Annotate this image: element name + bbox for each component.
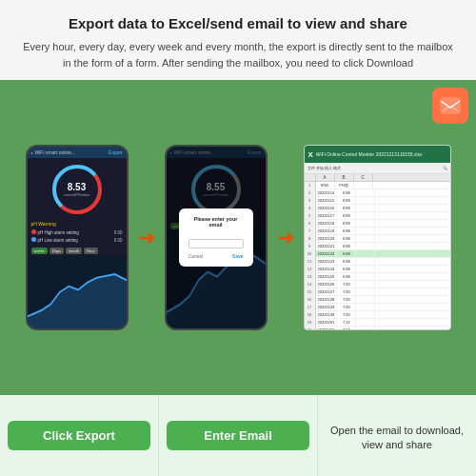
tab-hour-1[interactable]: Hour	[84, 248, 98, 254]
main-container: Export data to Excel/send email to view …	[0, 0, 476, 476]
gauge-circle-1: 8.53 currentPHvalue	[50, 162, 105, 217]
email-modal: Please enter your email Cancel Save	[179, 208, 253, 268]
table-row: 7 20221119 6.88	[305, 228, 450, 235]
excel-logo-icon: X	[308, 150, 313, 159]
table-row: 3 20221115 6.89	[305, 197, 450, 205]
excel-title: WiFi Online Control Monitor 202212131101…	[316, 151, 423, 157]
table-row: 1 时间 PH值	[305, 182, 450, 189]
table-row: 10 20221122 6.88	[305, 250, 450, 258]
arrow-2: ➜	[277, 226, 294, 250]
table-row: 8 20221120 6.88	[305, 235, 450, 243]
step-3: Open the email to download, view and sha…	[318, 395, 476, 476]
table-row: 17 20221129 7.00	[305, 304, 450, 311]
alarm-dot-blue	[31, 237, 36, 242]
excel-col-header: A B C	[305, 174, 450, 182]
phone-2-screen: ‹ WiFi smart online... Export 8.55	[167, 147, 266, 328]
bottom-steps: Click Export Enter Email Open the email …	[0, 395, 476, 476]
tab-weeks-1[interactable]: weeks	[31, 248, 48, 254]
table-row: 18 20221130 7.00	[305, 311, 450, 319]
gauge-area-1: 8.53 currentPHvalue	[28, 158, 127, 219]
modal-cancel-button[interactable]: Cancel	[188, 253, 204, 259]
time-tabs-1: weeks Days month Hour	[28, 246, 127, 256]
email-icon-box	[432, 88, 468, 124]
excel-mockup: X WiFi Online Control Monitor 2022121311…	[304, 145, 451, 330]
table-row: 15 20221127 7.00	[305, 288, 450, 296]
table-row: 11 20221123 6.88	[305, 258, 450, 266]
phone-1-screen: ‹ WiFi smart online... Export 8.53	[28, 147, 127, 328]
phone-1-title: WiFi smart online...	[35, 149, 76, 155]
table-row: 19 20221201 7.12	[305, 319, 450, 327]
table-row: 20 20221202 7.12	[305, 327, 450, 330]
excel-header: X WiFi Online Control Monitor 2022121311…	[305, 146, 450, 163]
step-3-label: Open the email to download, view and sha…	[326, 424, 468, 451]
ph-warning-1: pH Warning	[28, 219, 127, 228]
table-row: 6 20221118 6.89	[305, 220, 450, 228]
table-row: 14 20221126 7.00	[305, 281, 450, 288]
phone-2: ‹ WiFi smart online... Export 8.55	[165, 145, 268, 330]
step-1: Click Export	[0, 395, 159, 476]
email-icon	[439, 94, 462, 117]
alarm-row-low: pH Low alarm setting 0.00	[28, 236, 127, 244]
top-text-section: Export data to Excel/send email to view …	[0, 0, 476, 80]
table-row: 12 20221124 6.88	[305, 266, 450, 273]
enter-email-button[interactable]: Enter Email	[167, 421, 309, 450]
tab-days-1[interactable]: Days	[50, 248, 64, 254]
phone-1: ‹ WiFi smart online... Export 8.53	[26, 145, 129, 330]
arrow-1: ➜	[138, 226, 155, 250]
demo-section: ‹ WiFi smart online... Export 8.53	[0, 80, 476, 395]
modal-buttons: Cancel Save	[188, 253, 244, 259]
table-row: 5 20221117 6.89	[305, 212, 450, 220]
tab-month-1[interactable]: month	[66, 248, 82, 254]
table-row: 13 20221125 6.88	[305, 273, 450, 281]
phone-1-export-btn[interactable]: Export	[109, 149, 122, 155]
back-icon: ‹	[31, 149, 33, 155]
click-export-button[interactable]: Click Export	[8, 421, 150, 450]
excel-toolbar: 文件 开始 插入 格式 🔍	[305, 163, 450, 174]
alarm-row-high: pH High alarm setting 0.00	[28, 228, 127, 236]
modal-save-button[interactable]: Save	[232, 253, 244, 259]
table-row: 2 20221114 6.88	[305, 189, 450, 197]
step-2: Enter Email	[159, 395, 318, 476]
email-icon-container	[432, 88, 468, 124]
page-title: Export data to Excel/send email to view …	[19, 13, 457, 33]
chart-area-1	[28, 256, 127, 328]
modal-title: Please enter your email	[188, 216, 244, 228]
modal-overlay: Please enter your email Cancel Save	[167, 147, 266, 328]
excel-rows: 1 时间 PH值 2 20221114 6.88 3 20221115 6.89…	[305, 182, 450, 330]
excel-grid: A B C 1 时间 PH值 2 20221114 6.88 3 2022111…	[305, 174, 450, 330]
alarm-dot-red	[31, 229, 36, 234]
gauge-number-1: 8.53	[64, 182, 90, 192]
table-row: 16 20221128 7.00	[305, 296, 450, 304]
phone-1-header: ‹ WiFi smart online... Export	[28, 147, 127, 158]
modal-email-input[interactable]	[188, 239, 244, 248]
page-subtitle: Every hour, every day, every week and ev…	[19, 39, 457, 70]
table-row: 9 20221121 6.88	[305, 243, 450, 250]
gauge-label-1: currentPHvalue	[64, 192, 90, 197]
table-row: 4 20221116 6.89	[305, 205, 450, 212]
gauge-value-1: 8.53 currentPHvalue	[64, 182, 90, 197]
